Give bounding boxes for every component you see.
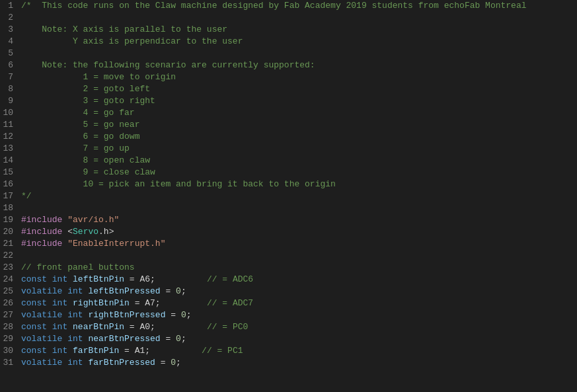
token: 7 = go up (21, 143, 130, 153)
code-line: 8 2 = goto left (0, 83, 577, 95)
code-line: 16 10 = pick an item and bring it back t… (0, 178, 577, 190)
line-number: 8 (0, 83, 19, 95)
token: */ (21, 191, 32, 201)
code-line: 24const int leftBtnPin = A6; // = ADC6 (0, 274, 577, 286)
token: int (67, 334, 88, 344)
token: ; (181, 286, 186, 296)
token: "avr/io.h" (67, 215, 119, 225)
code-line: 25volatile int leftBtnPressed = 0; (0, 286, 577, 297)
line-number: 24 (0, 274, 19, 286)
line-number: 14 (0, 155, 19, 167)
token: int (52, 298, 73, 308)
code-line: 29volatile int nearBtnPressed = 0; (0, 333, 577, 345)
code-line: 22 (0, 250, 577, 262)
token: leftBtnPin (73, 274, 124, 284)
line-number: 10 (0, 107, 19, 119)
line-number: 4 (0, 36, 19, 48)
code-line: 11 5 = go near (0, 119, 577, 131)
token: 10 = pick an item and bring it back to t… (21, 179, 336, 189)
line-content: 3 = goto right (19, 95, 577, 107)
token: 2 = goto left (21, 84, 150, 94)
token: nearBtnPin (73, 322, 124, 332)
line-number: 27 (0, 309, 19, 321)
code-line: 1/* This code runs on the Claw machine d… (0, 0, 577, 12)
line-number: 12 (0, 131, 19, 143)
line-content: const int nearBtnPin = A0; // = PC0 (19, 321, 577, 333)
token: const (21, 274, 52, 284)
code-area: 1/* This code runs on the Claw machine d… (0, 0, 577, 392)
line-content: // front panel buttons (19, 262, 577, 274)
code-line: 10 4 = go far (0, 107, 577, 119)
line-content: Note: the following scenario are current… (19, 59, 577, 71)
token: 6 = go dowm (21, 132, 139, 141)
code-line: 23// front panel buttons (0, 262, 577, 274)
line-number: 6 (0, 59, 19, 71)
token: = (155, 358, 171, 368)
line-number: 2 (0, 12, 19, 24)
line-number: 28 (0, 321, 19, 333)
token: 0 (176, 334, 181, 344)
line-content: volatile int rightBtnPressed = 0; (19, 309, 577, 321)
token: nearBtnPressed (88, 334, 160, 344)
token: farBtnPin (73, 346, 119, 356)
line-content: */ (19, 190, 577, 202)
line-number: 20 (0, 226, 19, 238)
token: #include (21, 227, 67, 237)
token: = A1; (119, 346, 202, 356)
code-line: 14 8 = open claw (0, 155, 577, 167)
line-content: /* This code runs on the Claw machine de… (19, 0, 577, 12)
token: int (67, 310, 88, 320)
line-number: 17 (0, 190, 19, 202)
line-content: #include "avr/io.h" (19, 214, 577, 226)
token: Note: X axis is parallel to the user (21, 24, 227, 34)
code-line: 18 (0, 202, 577, 214)
code-line: 9 3 = goto right (0, 95, 577, 107)
token: ; (186, 310, 192, 320)
token: Y axis is perpendicar to the user (21, 36, 243, 46)
token: int (52, 346, 73, 356)
line-number: 5 (0, 48, 19, 59)
token: int (67, 358, 88, 368)
token: #include (21, 215, 67, 225)
code-line: 28const int nearBtnPin = A0; // = PC0 (0, 321, 577, 333)
code-editor: 1/* This code runs on the Claw machine d… (0, 0, 577, 392)
token: const (21, 322, 52, 332)
token: 0 (176, 286, 181, 296)
line-number: 29 (0, 333, 19, 345)
line-content: volatile int farBtnPressed = 0; (19, 357, 577, 369)
line-number: 31 (0, 357, 19, 369)
line-number: 25 (0, 286, 19, 297)
line-content: volatile int nearBtnPressed = 0; (19, 333, 577, 345)
token: = (161, 334, 176, 344)
token: ; (176, 358, 181, 368)
line-content: 1 = move to origin (19, 71, 577, 83)
line-number: 23 (0, 262, 19, 274)
line-number: 16 (0, 178, 19, 190)
line-number: 26 (0, 297, 19, 309)
token: 9 = close claw (21, 167, 155, 177)
line-number: 22 (0, 250, 19, 262)
token: // = PC1 (202, 346, 243, 356)
line-number: 30 (0, 345, 19, 357)
token: 4 = go far (21, 108, 135, 118)
code-line: 12 6 = go dowm (0, 131, 577, 143)
code-line: 27volatile int rightBtnPressed = 0; (0, 309, 577, 321)
line-number: 18 (0, 202, 19, 214)
code-line: 19#include "avr/io.h" (0, 214, 577, 226)
token: const (21, 298, 52, 308)
token: // = PC0 (207, 322, 248, 332)
code-line: 20#include <Servo.h> (0, 226, 577, 238)
code-line: 6 Note: the following scenario are curre… (0, 59, 577, 71)
code-line: 21#include "EnableInterrupt.h" (0, 238, 577, 250)
token: // = ADC7 (207, 298, 253, 308)
line-content: Y axis is perpendicar to the user (19, 36, 577, 48)
line-content: 6 = go dowm (19, 131, 577, 143)
code-line: 7 1 = move to origin (0, 71, 577, 83)
token: rightBtnPin (73, 298, 130, 308)
token: const (21, 346, 52, 356)
token: leftBtnPressed (88, 286, 160, 296)
token: Servo (73, 227, 98, 237)
line-number: 13 (0, 143, 19, 155)
token: 0 (171, 358, 176, 368)
token: // front panel buttons (21, 262, 135, 272)
